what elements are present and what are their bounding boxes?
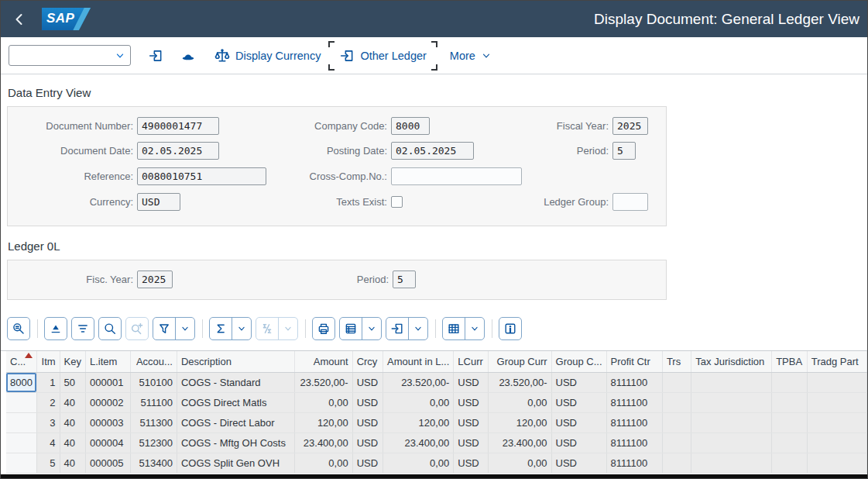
table-cell[interactable]: 120,00	[488, 412, 551, 432]
table-cell[interactable]: 000003	[85, 412, 130, 432]
column-header-key[interactable]: Key	[60, 351, 85, 372]
choose-details-button[interactable]	[7, 317, 30, 340]
table-cell[interactable]: USD	[551, 453, 606, 473]
column-header-group-c[interactable]: Group C...	[551, 351, 606, 372]
table-cell[interactable]: 120,00	[383, 412, 454, 432]
table-cell[interactable]: 8111100	[606, 392, 662, 412]
table-cell[interactable]	[691, 412, 772, 432]
table-cell[interactable]	[807, 372, 866, 392]
table-cell[interactable]	[6, 392, 36, 412]
column-header-trs[interactable]: Trs	[662, 351, 691, 372]
table-cell[interactable]: 8111100	[606, 412, 662, 432]
more-button[interactable]: More	[445, 46, 496, 66]
table-cell[interactable]: 23.520,00-	[294, 372, 352, 392]
table-cell[interactable]	[691, 392, 772, 412]
table-cell[interactable]: USD	[454, 392, 488, 412]
table-cell[interactable]	[772, 412, 808, 432]
total-button[interactable]	[209, 317, 252, 340]
table-cell[interactable]: USD	[454, 372, 488, 392]
column-header-c[interactable]: C...	[6, 351, 36, 372]
column-header-group-curr[interactable]: Group Curr	[488, 351, 551, 372]
ledger-group-field[interactable]	[612, 193, 648, 211]
column-header-accou[interactable]: Accou...	[130, 351, 177, 372]
grid-layout-button[interactable]	[442, 317, 485, 340]
table-cell[interactable]: USD	[551, 372, 606, 392]
table-cell[interactable]: USD	[454, 453, 488, 473]
table-cell[interactable]: 8111100	[606, 372, 662, 392]
other-ledger-button[interactable]: Other Ledger	[335, 44, 431, 67]
table-cell[interactable]: 0,00	[383, 453, 454, 473]
back-button[interactable]	[9, 12, 29, 26]
table-cell[interactable]: 511100	[130, 392, 177, 412]
cross-comp-no-field[interactable]	[391, 167, 522, 185]
table-cell[interactable]: 8111100	[606, 432, 662, 453]
column-header-crcy[interactable]: Crcy	[352, 351, 383, 372]
fiscal-year-field[interactable]: 2025	[612, 117, 648, 135]
table-cell[interactable]: USD	[454, 432, 488, 453]
column-header-amount-in-l[interactable]: Amount in L...	[383, 351, 454, 372]
table-cell[interactable]: 4	[36, 432, 60, 453]
sort-ascending-button[interactable]	[44, 317, 67, 340]
filter-button[interactable]	[153, 317, 195, 340]
column-header-l-item[interactable]: L.item	[85, 351, 130, 372]
table-cell[interactable]: 23.520,00-	[488, 372, 551, 392]
table-cell[interactable]	[6, 453, 36, 473]
column-header-lcurr[interactable]: LCurr	[454, 351, 488, 372]
column-header-tradg-part[interactable]: Tradg Part	[807, 351, 866, 372]
table-cell[interactable]: 0,00	[488, 392, 551, 412]
table-cell[interactable]: 120,00	[294, 412, 352, 432]
table-cell[interactable]	[772, 392, 808, 412]
goto-document-button[interactable]	[143, 44, 168, 67]
display-currency-button[interactable]: Display Currency	[210, 44, 325, 67]
table-cell[interactable]: 40	[60, 453, 85, 473]
command-field[interactable]	[9, 45, 131, 66]
table-cell[interactable]	[662, 392, 691, 412]
column-header-tax-jurisdiction[interactable]: Tax Jurisdiction	[691, 351, 772, 372]
table-cell[interactable]: 2	[36, 392, 60, 412]
table-cell[interactable]: COGS Split Gen OVH	[177, 453, 294, 473]
table-cell[interactable]	[691, 453, 772, 473]
table-cell[interactable]: 8000	[6, 372, 36, 392]
document-header-button[interactable]	[176, 44, 201, 67]
command-input[interactable]	[9, 46, 115, 65]
table-cell[interactable]	[691, 372, 772, 392]
table-cell[interactable]: 8111100	[606, 453, 662, 473]
table-cell[interactable]	[807, 412, 866, 432]
table-cell[interactable]: USD	[352, 432, 383, 453]
table-cell[interactable]	[691, 432, 772, 453]
table-cell[interactable]	[662, 453, 691, 473]
table-cell[interactable]: USD	[352, 412, 383, 432]
table-cell[interactable]: USD	[454, 412, 488, 432]
export-button[interactable]	[386, 317, 428, 340]
views-dropdown[interactable]	[362, 318, 381, 339]
table-cell[interactable]	[772, 453, 808, 473]
table-cell[interactable]: 000004	[85, 432, 130, 453]
table-cell[interactable]	[807, 432, 866, 453]
table-cell[interactable]: USD	[352, 453, 383, 473]
table-cell[interactable]	[6, 432, 36, 453]
table-cell[interactable]: 510100	[130, 372, 177, 392]
grid-layout-dropdown[interactable]	[465, 318, 484, 339]
table-cell[interactable]: 0,00	[488, 453, 551, 473]
table-cell[interactable]	[772, 372, 808, 392]
table-cell[interactable]	[662, 432, 691, 453]
table-cell[interactable]: 23.520,00-	[383, 372, 454, 392]
table-cell[interactable]: USD	[352, 372, 383, 392]
table-cell[interactable]: 1	[36, 372, 60, 392]
table-cell[interactable]: 0,00	[294, 392, 352, 412]
column-header-description[interactable]: Description	[177, 351, 294, 372]
column-header-amount[interactable]: Amount	[294, 351, 352, 372]
filter-dropdown[interactable]	[175, 318, 194, 339]
table-cell[interactable]: 0,00	[294, 453, 352, 473]
table-cell[interactable]: USD	[551, 392, 606, 412]
table-cell[interactable]: 5	[36, 453, 60, 473]
period-field[interactable]: 5	[612, 142, 636, 160]
info-button[interactable]	[499, 317, 522, 340]
table-cell[interactable]: USD	[551, 412, 606, 432]
table-cell[interactable]: 3	[36, 412, 60, 432]
total-dropdown[interactable]	[232, 318, 251, 339]
fisc-year-field[interactable]: 2025	[137, 271, 173, 288]
table-cell[interactable]: USD	[551, 432, 606, 453]
views-button[interactable]	[339, 317, 382, 340]
table-cell[interactable]: 40	[60, 412, 85, 432]
